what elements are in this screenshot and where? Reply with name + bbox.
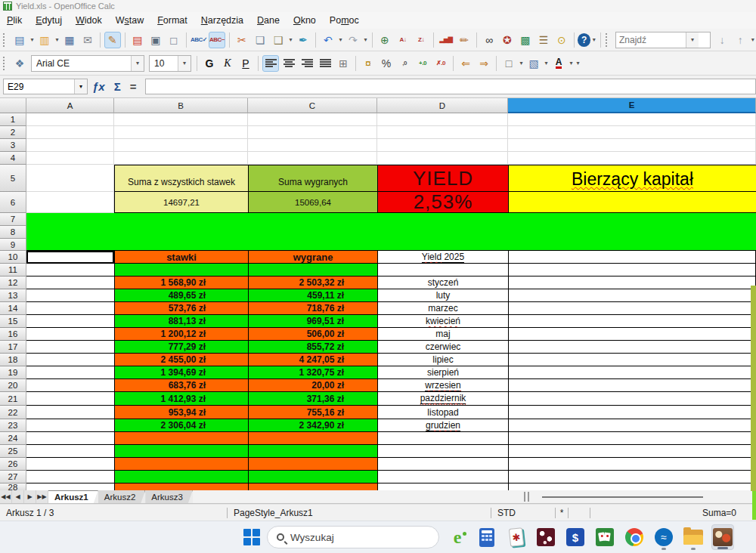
cell-E18[interactable] [508, 354, 756, 366]
hyperlink-icon[interactable]: ⊕ [376, 32, 393, 48]
row-header-15[interactable]: 15 [0, 315, 26, 328]
cell-D2[interactable] [377, 126, 508, 139]
cell-D18[interactable]: lipiec [377, 354, 508, 366]
row-header-8[interactable]: 8 [0, 226, 26, 239]
currency-format-icon[interactable]: ¤ [360, 55, 376, 72]
cell-C16[interactable]: 506,00 zł [248, 328, 377, 341]
cell-B5[interactable]: Suma z wszystkich stawek [114, 165, 248, 192]
cell-C12[interactable]: 2 503,32 zł [248, 276, 377, 289]
cell-E22[interactable] [508, 406, 756, 419]
cell-C24[interactable] [248, 432, 377, 445]
taskbar-e-app-icon[interactable]: e [446, 524, 469, 550]
cell-C1[interactable] [248, 113, 377, 126]
cell-A5[interactable] [26, 165, 114, 192]
borders-dropdown-icon[interactable]: ▾ [518, 60, 525, 66]
cell-D26[interactable] [377, 458, 508, 471]
cell-B1[interactable] [114, 113, 248, 126]
delete-decimal-icon[interactable]: ✗.0 [432, 55, 449, 72]
merge-cells-icon[interactable]: ⊞ [335, 55, 352, 72]
chart-icon[interactable]: ▂▅▇ [438, 32, 454, 48]
cell-A22[interactable] [26, 406, 114, 419]
cell-B26[interactable] [114, 458, 248, 471]
row-header-18[interactable]: 18 [0, 354, 26, 366]
cell-D14[interactable]: marzec [377, 302, 508, 315]
cut-icon[interactable]: ✂ [234, 32, 250, 48]
standard-format-icon[interactable]: ,0 [396, 55, 413, 72]
cell-C11[interactable] [248, 264, 377, 276]
row-header-17[interactable]: 17 [0, 341, 26, 354]
increase-indent-icon[interactable]: ⇒ [476, 55, 492, 72]
cell-D24[interactable] [377, 432, 508, 445]
cell-A12[interactable] [26, 276, 114, 289]
autospellcheck-icon[interactable]: ABC~ [209, 32, 225, 48]
row-header-11[interactable]: 11 [0, 264, 26, 276]
horizontal-scrollbar[interactable] [193, 490, 756, 503]
font-color-dropdown-icon[interactable]: ▾ [568, 60, 575, 66]
cell-B22[interactable]: 953,94 zł [114, 406, 248, 419]
row-header-9[interactable]: 9 [0, 239, 26, 251]
cell-B6[interactable]: 14697,21 [114, 192, 248, 213]
row-header-13[interactable]: 13 [0, 289, 26, 302]
cell-D6[interactable]: 2,53% [377, 192, 508, 213]
cell-A15[interactable] [26, 315, 114, 328]
row-header-25[interactable]: 25 [0, 445, 26, 458]
taskbar-active-app-icon[interactable] [711, 524, 734, 550]
cell-E24[interactable] [508, 432, 756, 445]
cell-C25[interactable] [248, 445, 377, 458]
menu-pomoc[interactable]: Pomoc [323, 13, 366, 28]
align-right-icon[interactable] [299, 55, 315, 72]
row-header-21[interactable]: 21 [0, 392, 26, 406]
cell-E12[interactable] [508, 276, 756, 289]
find-toolbar-overflow-icon[interactable]: ▾ [749, 36, 756, 43]
cell-A13[interactable] [26, 289, 114, 302]
menu-widok[interactable]: Widok [69, 13, 109, 28]
column-header-C[interactable]: C [248, 98, 377, 113]
sheet-tab-arkusz2[interactable]: Arkusz2 [98, 490, 146, 503]
cell-A1[interactable] [26, 113, 114, 126]
cell-C17[interactable]: 855,72 zł [248, 341, 377, 354]
cell-E16[interactable] [508, 328, 756, 341]
cell-C23[interactable]: 2 342,90 zł [248, 419, 377, 432]
gallery-icon[interactable]: ▩ [517, 32, 534, 48]
taskbar-cards-game-icon[interactable] [593, 524, 616, 550]
windows-start-icon[interactable] [243, 529, 260, 545]
taskbar-finance-icon[interactable]: $ [564, 524, 587, 550]
row-header-7[interactable]: 7 [0, 213, 26, 226]
next-sheet-icon[interactable]: ▶ [24, 490, 36, 503]
band-row-9[interactable] [26, 239, 756, 251]
taskbar-explorer-icon[interactable] [682, 524, 705, 550]
last-sheet-icon[interactable]: ▶▶ [36, 490, 48, 503]
italic-icon[interactable]: K [219, 55, 236, 72]
cell-C19[interactable]: 1 320,75 zł [248, 366, 377, 379]
cell-E2[interactable] [508, 126, 756, 139]
cell-B28[interactable] [114, 483, 248, 490]
percent-format-icon[interactable]: % [378, 55, 395, 72]
sort-ascending-icon[interactable]: A↓ [395, 32, 411, 48]
taskbar-search[interactable]: Wyszukaj [267, 526, 439, 548]
cell-B24[interactable] [114, 432, 248, 445]
find-previous-icon[interactable]: ↑ [732, 32, 748, 48]
cell-C6[interactable]: 15069,64 [248, 192, 377, 213]
cell-A18[interactable] [26, 354, 114, 366]
formula-input-line[interactable] [145, 79, 756, 94]
cell-B13[interactable]: 489,65 zł [114, 289, 248, 302]
cell-E17[interactable] [508, 341, 756, 354]
cell-E13[interactable] [508, 289, 756, 302]
paste-dropdown-icon[interactable]: ▾ [287, 36, 294, 43]
cell-D19[interactable]: sierpień [377, 366, 508, 379]
row-header-5[interactable]: 5 [0, 165, 26, 192]
cell-D17[interactable]: czerwiec [377, 341, 508, 354]
band-row-8[interactable] [26, 226, 756, 239]
data-sources-icon[interactable]: ☰ [535, 32, 552, 48]
find-input[interactable] [616, 32, 686, 48]
find-dropdown-icon[interactable]: ▾ [686, 32, 699, 48]
cell-A26[interactable] [26, 458, 114, 471]
styles-window-icon[interactable]: ❖ [11, 55, 28, 72]
cell-B14[interactable]: 573,76 zł [114, 302, 248, 315]
menu-edytuj[interactable]: Edytuj [29, 13, 69, 28]
taskbar-mahjong-icon[interactable]: ✱ [505, 524, 528, 550]
cell-D3[interactable] [377, 139, 508, 152]
align-justified-icon[interactable] [317, 55, 333, 72]
paste-icon[interactable]: ❑ [270, 32, 287, 48]
previous-sheet-icon[interactable]: ◀ [12, 490, 24, 503]
